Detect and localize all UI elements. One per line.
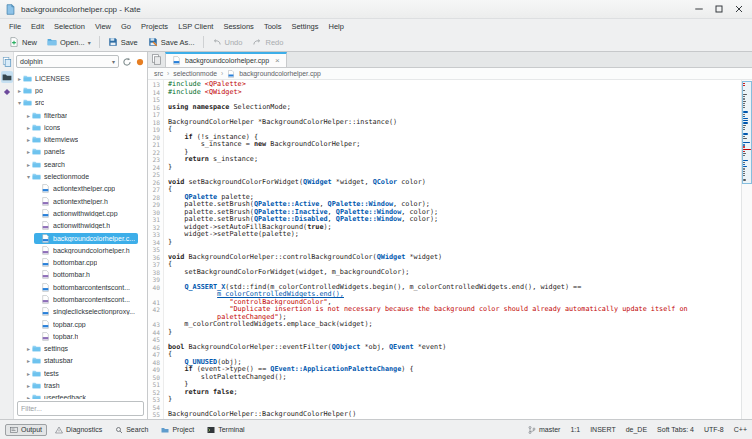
code-line[interactable]: using namespace SelectionMode; [168,104,741,112]
close-button[interactable] [733,3,745,15]
chevron-right-icon[interactable]: ▸ [16,87,23,94]
tree-item[interactable]: ▸po [14,84,147,96]
code-line[interactable]: } [168,329,741,337]
maximize-button[interactable] [713,3,725,15]
tab-backgroundcolorhelper.cpp[interactable]: backgroundcolorhelper.cpp× [165,52,287,67]
redo-button[interactable]: Redo [247,35,288,49]
menu-selection[interactable]: Selection [49,21,90,32]
chevron-right-icon[interactable]: ▸ [25,357,32,364]
code-line[interactable]: return false; [168,389,741,397]
projects-toolview-button[interactable] [1,71,13,83]
symbols-toolview-button[interactable] [1,86,13,98]
status-master[interactable]: master [528,426,560,434]
toolview-button-search[interactable]: Search [110,424,153,436]
code-line[interactable]: #include <QPalette> [168,81,741,89]
status-de-de[interactable]: de_DE [626,426,647,433]
tree-item[interactable]: actiontexthelper.cpp [14,183,147,195]
menu-tools[interactable]: Tools [259,21,287,32]
tree-item[interactable]: topbar.cpp [14,318,147,330]
status-1-1[interactable]: 1:1 [570,426,580,433]
toolview-button-terminal[interactable]: Terminal [202,424,249,436]
toolview-button-output[interactable]: Output [5,424,47,436]
code-line[interactable]: BackgroundColorHelper *BackgroundColorHe… [168,119,741,127]
tree-item[interactable]: actionwithwidget.h [14,220,147,232]
code-line[interactable]: } [168,381,741,389]
code-line[interactable]: #include <QWidget> [168,89,741,97]
breadcrumb-item[interactable]: src [154,70,163,77]
breadcrumb-item[interactable]: selectionmode [173,70,217,77]
tree-item[interactable]: ▸kitemviews [14,133,147,145]
tree-item[interactable]: ▾src [14,97,147,109]
tree-item[interactable]: topbar.h [14,330,147,342]
tree-item[interactable]: actionwithwidget.cpp [14,207,147,219]
code-line[interactable]: bool BackgroundColorHelper::eventFilter(… [168,344,741,352]
chevron-right-icon[interactable]: ▸ [25,124,32,131]
code-line[interactable]: m_colorControlledWidgets.emplace_back(wi… [168,321,741,329]
undo-button[interactable]: Undo [207,35,248,49]
toolview-button-diagnostics[interactable]: Diagnostics [50,424,107,436]
chevron-right-icon[interactable]: ▸ [25,161,32,168]
new-button[interactable]: New [4,35,42,49]
titlebar[interactable]: backgroundcolorhelper.cpp - Kate [0,0,752,19]
code-line[interactable]: void BackgroundColorHelper::controlBackg… [168,254,741,262]
code-editor[interactable]: #include <QPalette>#include <QWidget> us… [164,80,741,419]
chevron-right-icon[interactable]: ▸ [25,345,32,352]
menu-help[interactable]: Help [324,21,349,32]
status-insert[interactable]: INSERT [590,426,616,433]
status-soft-tabs-4[interactable]: Soft Tabs: 4 [657,426,694,433]
tree-item[interactable]: ▸icons [14,121,147,133]
minimap-scrollbar[interactable] [741,80,752,419]
tree-item[interactable]: ▸settings [14,343,147,355]
menu-projects[interactable]: Projects [136,21,173,32]
chevron-right-icon[interactable]: ▸ [25,382,32,389]
toolview-button-project[interactable]: Project [156,424,199,436]
code-line[interactable]: widget->setPalette(palette); [168,231,741,239]
tree-item[interactable]: backgroundcolorhelper.h [14,244,147,256]
tree-item[interactable]: bottombarcontentscont... [14,293,147,305]
tree-item[interactable]: bottombar.h [14,269,147,281]
tree-item[interactable]: bottombar.cpp [14,256,147,268]
tree-item[interactable]: bottombarcontentscont... [14,281,147,293]
project-status-icon[interactable] [135,57,145,67]
project-filter-input[interactable] [17,401,144,416]
tree-item[interactable]: actiontexthelper.h [14,195,147,207]
document-list-icon[interactable] [148,52,165,67]
code-line[interactable]: } [168,164,741,172]
menu-file[interactable]: File [4,21,26,32]
menu-go[interactable]: Go [116,21,136,32]
menu-lsp-client[interactable]: LSP Client [173,21,218,32]
status-c-[interactable]: C++ [734,426,747,433]
menu-edit[interactable]: Edit [26,21,49,32]
tree-item[interactable]: ▸filterbar [14,109,147,121]
code-line[interactable]: void setBackgroundColorForWidget(QWidget… [168,179,741,187]
breadcrumb-item[interactable]: backgroundcolorhelper.cpp [239,70,321,77]
chevron-down-icon[interactable]: ▾ [16,99,23,106]
tree-item[interactable]: ▸trash [14,379,147,391]
chevron-right-icon[interactable]: ▸ [25,148,32,155]
code-line[interactable]: { [168,351,741,359]
code-line[interactable]: BackgroundColorHelper::BackgroundColorHe… [168,411,741,419]
menu-sessions[interactable]: Sessions [218,21,258,32]
menu-settings[interactable]: Settings [286,21,323,32]
tree-item[interactable]: ▸statusbar [14,355,147,367]
open--button[interactable]: Open...▾ [42,35,96,49]
chevron-down-icon[interactable]: ▾ [25,173,32,180]
save-button[interactable]: Save [103,35,143,49]
tab-close-icon[interactable]: × [275,57,280,65]
code-line[interactable]: s_instance = new BackgroundColorHelper; [168,141,741,149]
tree-item[interactable]: backgroundcolorhelper.c... [14,232,147,244]
tree-item[interactable]: singleclickselectionproxy... [14,306,147,318]
documents-toolview-button[interactable] [1,56,13,68]
tree-item[interactable]: ▸userfeedback [14,392,147,399]
tree-item[interactable]: ▸tests [14,367,147,379]
save-as--button[interactable]: Save As... [143,35,200,49]
tree-item[interactable]: ▸LICENSES [14,72,147,84]
code-line[interactable]: return s_instance; [168,156,741,164]
tree-item[interactable]: ▸panels [14,146,147,158]
chevron-right-icon[interactable]: ▸ [25,136,32,143]
code-line[interactable]: } [168,239,741,247]
tree-item[interactable]: ▸search [14,158,147,170]
code-line[interactable]: slotPaletteChanged(); [168,374,741,382]
reload-project-button[interactable] [122,57,132,67]
menu-view[interactable]: View [90,21,116,32]
